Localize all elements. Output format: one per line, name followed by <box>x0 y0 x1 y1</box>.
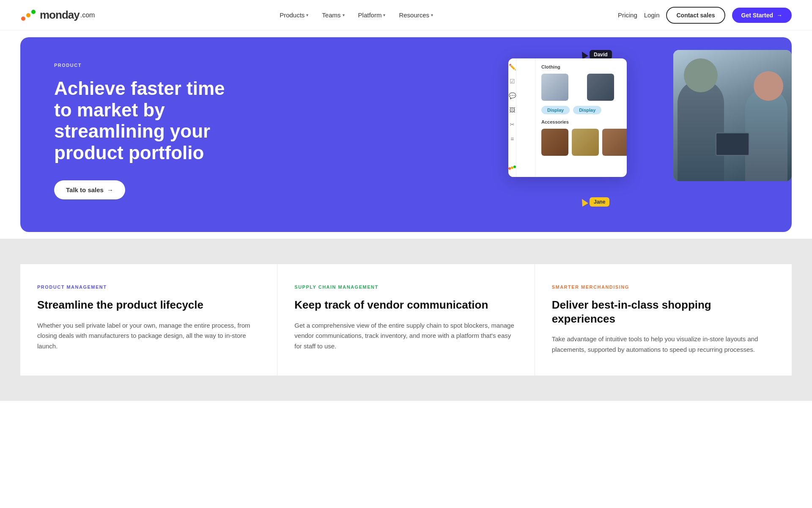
chevron-down-icon: ▾ <box>343 13 345 17</box>
features-section: PRODUCT MANAGEMENT Streamline the produc… <box>0 239 812 401</box>
tablet-device <box>716 133 749 156</box>
image-icon: 🖼 <box>509 107 515 113</box>
product-watch <box>572 129 599 156</box>
feature-desc-1: Whether you sell private label or your o… <box>37 320 260 352</box>
svg-rect-2 <box>31 10 36 14</box>
head-2 <box>754 71 783 101</box>
get-started-button[interactable]: Get Started → <box>732 8 792 23</box>
hero-photo <box>673 50 792 181</box>
cursor-jane-label: Jane <box>590 197 609 207</box>
nav-right: Pricing Login Contact sales Get Started … <box>618 7 792 24</box>
display-tags: Display Display <box>541 106 627 114</box>
person-silhouette-2 <box>745 88 787 181</box>
nav-products[interactable]: Products ▾ <box>280 11 308 19</box>
feature-desc-2: Get a comprehensive view of the entire s… <box>294 320 517 352</box>
ui-card-content: Clothing Display Display Accessories <box>535 58 627 177</box>
feature-desc-3: Take advantage of intuitive tools to hel… <box>552 334 775 355</box>
accessories-label: Accessories <box>541 119 627 124</box>
feature-tag-3: SMARTER MERCHANDISING <box>552 284 775 290</box>
ui-product-card: ✏️ ☑ 💬 🖼 ✂ ≡ Clothing <box>508 58 627 177</box>
display-tag-1: Display <box>541 106 570 114</box>
contact-sales-button[interactable]: Contact sales <box>666 7 725 24</box>
svg-rect-3 <box>508 167 511 170</box>
svg-rect-4 <box>511 166 513 169</box>
nav-teams[interactable]: Teams ▾ <box>322 11 344 19</box>
feature-title-1: Streamline the product lifecycle <box>37 298 260 312</box>
logo-text: monday <box>40 8 80 22</box>
feature-product-management: PRODUCT MANAGEMENT Streamline the produc… <box>20 264 277 375</box>
logo[interactable]: monday .com <box>20 7 95 23</box>
svg-rect-0 <box>21 17 25 21</box>
cursor-david-label: David <box>590 50 612 59</box>
edit-icon: ✏️ <box>509 64 516 70</box>
product-shirt-dark <box>587 74 614 101</box>
hero-content: PRODUCT Achieve faster time to market by… <box>54 63 240 199</box>
person-silhouette-1 <box>678 80 724 181</box>
arrow-right-icon: → <box>776 12 782 19</box>
clothing-label: Clothing <box>541 64 627 69</box>
nav-pricing[interactable]: Pricing <box>618 11 637 19</box>
cursor-jane: Jane <box>580 197 609 207</box>
product-shirt-light <box>541 74 568 101</box>
cursor-david: David <box>580 50 612 59</box>
logo-suffix: .com <box>80 11 95 19</box>
accessories-grid <box>541 129 627 156</box>
list-icon: ≡ <box>510 135 514 142</box>
product-wallet <box>602 129 627 156</box>
chevron-down-icon: ▾ <box>383 13 385 17</box>
nav-resources[interactable]: Resources ▾ <box>399 11 433 19</box>
arrow-right-icon: → <box>107 186 113 193</box>
svg-rect-1 <box>26 13 30 17</box>
hero-tag: PRODUCT <box>54 63 240 68</box>
feature-title-2: Keep track of vendor communication <box>294 298 517 312</box>
chat-icon: 💬 <box>509 92 516 99</box>
svg-rect-5 <box>513 166 516 168</box>
hero-visual: David Alex Jane ✏️ ☑ 💬 🖼 ✂ ≡ <box>487 37 792 232</box>
cursor-arrow-icon <box>579 50 588 59</box>
chevron-down-icon: ▾ <box>431 13 433 17</box>
head-1 <box>684 58 718 92</box>
clothing-grid <box>541 74 627 101</box>
feature-tag-2: SUPPLY CHAIN MANAGEMENT <box>294 284 517 290</box>
check-icon: ☑ <box>510 78 515 85</box>
hero-title: Achieve faster time to market by streaml… <box>54 78 240 163</box>
nav-login[interactable]: Login <box>644 11 660 19</box>
crop-icon: ✂ <box>510 121 515 128</box>
feature-merchandising: SMARTER MERCHANDISING Deliver best-in-cl… <box>535 264 792 375</box>
talk-to-sales-button[interactable]: Talk to sales → <box>54 180 125 199</box>
cursor-arrow-icon <box>579 197 588 207</box>
feature-title-3: Deliver best-in-class shopping experienc… <box>552 298 775 326</box>
product-bag <box>541 129 568 156</box>
navbar: monday .com Products ▾ Teams ▾ Platform … <box>0 0 812 30</box>
ui-toolbar: ✏️ ☑ 💬 🖼 ✂ ≡ <box>508 58 516 177</box>
nav-platform[interactable]: Platform ▾ <box>358 11 386 19</box>
display-tag-2: Display <box>573 106 601 114</box>
logo-icon <box>20 7 36 23</box>
feature-tag-1: PRODUCT MANAGEMENT <box>37 284 260 290</box>
feature-supply-chain: SUPPLY CHAIN MANAGEMENT Keep track of ve… <box>277 264 534 375</box>
hero-section: PRODUCT Achieve faster time to market by… <box>20 37 792 232</box>
chevron-down-icon: ▾ <box>306 13 308 17</box>
monday-logo-icon <box>508 165 516 172</box>
nav-links: Products ▾ Teams ▾ Platform ▾ Resources … <box>280 11 433 19</box>
